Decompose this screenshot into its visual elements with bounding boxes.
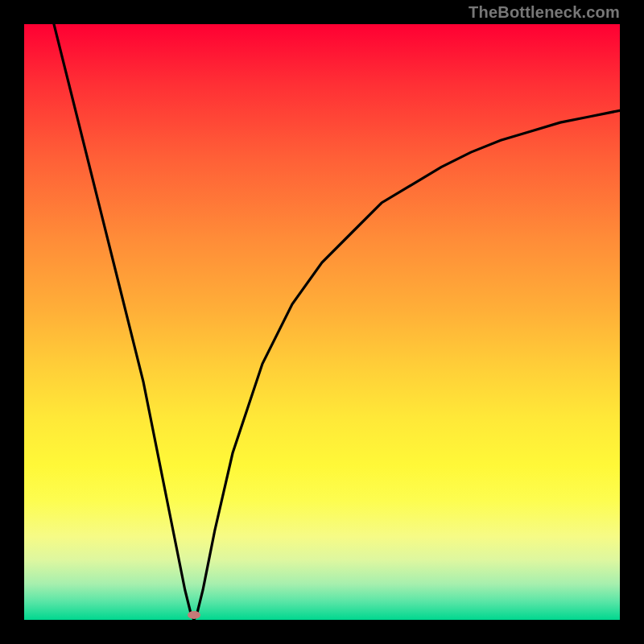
watermark-label: TheBottleneck.com (469, 3, 620, 22)
optimum-marker (188, 611, 200, 619)
bottleneck-curve (24, 24, 620, 620)
chart-canvas: TheBottleneck.com (0, 0, 644, 644)
plot-area (24, 24, 620, 620)
